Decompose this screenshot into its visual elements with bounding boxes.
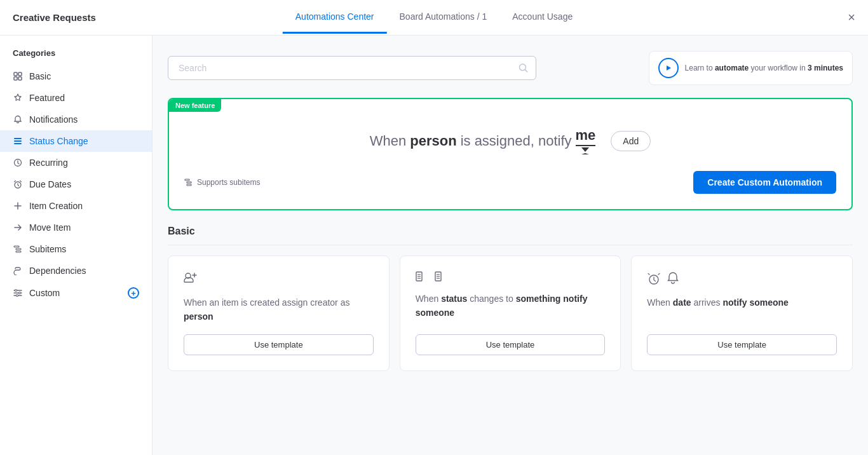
plus-icon	[13, 201, 23, 211]
svg-point-13	[19, 292, 21, 294]
sidebar-item-custom[interactable]: Custom +	[0, 282, 152, 304]
use-template-button-1[interactable]: Use template	[184, 334, 374, 355]
automation-sentence: When person is assigned, notify me	[370, 127, 596, 154]
sidebar-item-dependencies-label: Dependencies	[29, 266, 139, 276]
svg-rect-0	[14, 72, 17, 76]
alarm-icon	[13, 179, 23, 189]
svg-rect-1	[18, 72, 22, 76]
svg-rect-5	[14, 140, 22, 142]
svg-rect-10	[16, 248, 21, 250]
sidebar-item-custom-label: Custom	[29, 288, 121, 298]
main-layout: Categories Basic Featured Notifications	[0, 36, 868, 455]
svg-rect-6	[14, 143, 22, 144]
sidebar-item-notifications[interactable]: Notifications	[0, 109, 152, 130]
card-status-change: When status changes to something notify …	[400, 255, 621, 371]
star-icon	[13, 93, 23, 103]
svg-rect-2	[14, 77, 17, 80]
custom-automation-panel: New feature When person is assigned, not…	[168, 98, 853, 210]
create-custom-automation-button[interactable]: Create Custom Automation	[693, 171, 836, 194]
tab-account-usage[interactable]: Account Usage	[499, 1, 585, 34]
card-2-text: When status changes to something notify …	[416, 292, 606, 324]
content-area: Learn to automate your workflow in 3 min…	[153, 36, 868, 455]
sidebar-item-item-creation-label: Item Creation	[29, 201, 139, 211]
supports-subitems-label: Supports subitems	[197, 178, 260, 187]
svg-point-14	[17, 295, 18, 297]
svg-rect-3	[18, 77, 22, 80]
card-2-icons	[416, 271, 606, 282]
sidebar-item-subitems-label: Subitems	[29, 244, 139, 254]
header-tabs: Automations Center Board Automations / 1…	[283, 1, 585, 34]
sidebar-item-move-item-label: Move Item	[29, 222, 139, 233]
svg-rect-17	[187, 182, 191, 183]
card-1-text: When an item is created assign creator a…	[184, 295, 374, 324]
close-button[interactable]: ×	[848, 10, 855, 25]
me-underline[interactable]: me	[576, 127, 596, 146]
dropdown-arrow	[581, 147, 589, 154]
tab-automations-center[interactable]: Automations Center	[283, 1, 387, 34]
header: Creative Requests Automations Center Boa…	[0, 0, 868, 36]
card-1-icons	[184, 271, 374, 285]
search-icon	[519, 62, 529, 73]
card-3-text: When date arrives notify someone	[647, 295, 837, 324]
use-template-button-3[interactable]: Use template	[647, 334, 837, 355]
card-3-icons	[647, 271, 837, 285]
svg-rect-11	[16, 251, 21, 252]
sidebar-item-recurring[interactable]: Recurring	[0, 152, 152, 173]
search-input[interactable]	[168, 56, 536, 80]
svg-rect-18	[187, 184, 191, 186]
sidebar-item-featured-label: Featured	[29, 93, 139, 103]
add-button[interactable]: Add	[611, 131, 651, 151]
bell-icon	[13, 114, 23, 125]
learn-box: Learn to automate your workflow in 3 min…	[649, 51, 853, 85]
add-custom-button[interactable]: +	[128, 287, 139, 299]
sidebar-item-item-creation[interactable]: Item Creation	[0, 195, 152, 217]
play-button[interactable]	[658, 58, 679, 78]
sidebar-item-basic-label: Basic	[29, 71, 139, 81]
use-template-button-2[interactable]: Use template	[416, 334, 606, 355]
sidebar-item-move-item[interactable]: Move Item	[0, 217, 152, 238]
sidebar-item-due-dates-label: Due Dates	[29, 179, 139, 189]
sidebar-item-dependencies[interactable]: Dependencies	[0, 260, 152, 282]
sidebar-item-subitems[interactable]: Subitems	[0, 238, 152, 260]
subitems-icon	[13, 244, 23, 254]
svg-rect-16	[185, 179, 189, 180]
app-title: Creative Requests	[13, 12, 96, 23]
hook-icon	[13, 266, 23, 276]
sidebar-item-recurring-label: Recurring	[29, 158, 139, 168]
sidebar-heading: Categories	[0, 48, 152, 65]
arrow-right-icon	[13, 222, 23, 233]
search-row: Learn to automate your workflow in 3 min…	[168, 51, 853, 85]
supports-subitems: Supports subitems	[184, 178, 260, 187]
search-box	[168, 56, 536, 80]
sidebar-item-featured[interactable]: Featured	[0, 87, 152, 109]
sidebar: Categories Basic Featured Notifications	[0, 36, 153, 455]
basic-section-title: Basic	[168, 226, 853, 245]
svg-rect-4	[14, 138, 22, 139]
automation-sentence-area: When person is assigned, notify me Add	[184, 114, 836, 161]
new-feature-badge: New feature	[169, 99, 221, 112]
grid-icon	[13, 71, 23, 81]
sidebar-item-status-change[interactable]: Status Change	[0, 130, 152, 152]
sliders-icon	[13, 288, 23, 298]
tab-board-automations[interactable]: Board Automations / 1	[387, 1, 500, 34]
svg-point-12	[15, 290, 17, 292]
svg-rect-9	[14, 246, 19, 247]
clock-icon	[13, 158, 23, 168]
sidebar-item-notifications-label: Notifications	[29, 114, 139, 125]
card-create-assign: When an item is created assign creator a…	[168, 255, 390, 371]
learn-text: Learn to automate your workflow in 3 min…	[685, 62, 843, 74]
cards-grid: When an item is created assign creator a…	[168, 255, 853, 371]
sidebar-item-due-dates[interactable]: Due Dates	[0, 173, 152, 195]
sidebar-item-status-change-label: Status Change	[29, 136, 139, 146]
panel-footer: Supports subitems Create Custom Automati…	[184, 171, 836, 194]
sidebar-item-basic[interactable]: Basic	[0, 65, 152, 87]
list-icon	[13, 136, 23, 146]
card-date-notify: When date arrives notify someone Use tem…	[631, 255, 853, 371]
